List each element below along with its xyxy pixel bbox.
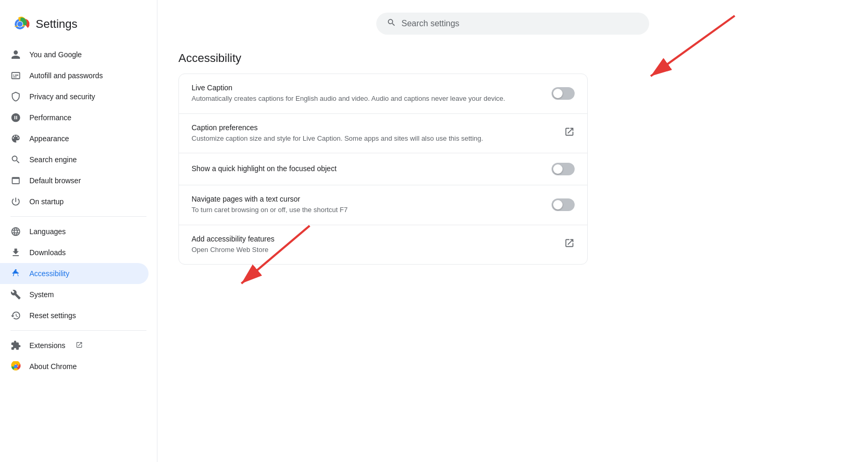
sidebar-nav: You and Google Autofill and passwords Pr… <box>0 44 157 377</box>
sidebar-item-privacy[interactable]: Privacy and security <box>0 86 149 107</box>
add-accessibility-row[interactable]: Add accessibility features Open Chrome W… <box>179 225 587 265</box>
sidebar-item-search-engine[interactable]: Search engine <box>0 149 149 170</box>
sidebar-item-autofill[interactable]: Autofill and passwords <box>0 65 149 86</box>
text-cursor-title: Navigate pages with a text cursor <box>192 195 543 203</box>
svg-point-7 <box>14 365 17 368</box>
focused-highlight-title: Show a quick highlight on the focused ob… <box>192 164 543 173</box>
sidebar-label-appearance: Appearance <box>29 134 69 143</box>
sidebar-item-on-startup[interactable]: On startup <box>0 191 149 212</box>
person-icon <box>10 49 21 60</box>
sidebar-item-default-browser[interactable]: Default browser <box>0 170 149 191</box>
sidebar-item-downloads[interactable]: Downloads <box>0 242 149 263</box>
accessibility-icon <box>10 268 21 279</box>
power-icon <box>10 196 21 207</box>
sidebar-item-about-chrome[interactable]: About Chrome <box>0 356 149 377</box>
globe-icon <box>10 226 21 237</box>
sidebar-item-accessibility[interactable]: Accessibility <box>0 263 149 284</box>
caption-preferences-row[interactable]: Caption preferences Customize caption si… <box>179 114 587 154</box>
sidebar-label-reset-settings: Reset settings <box>29 311 76 320</box>
live-caption-toggle[interactable] <box>552 87 575 100</box>
chrome-icon <box>10 361 21 372</box>
focused-highlight-row: Show a quick highlight on the focused ob… <box>179 153 587 185</box>
caption-preferences-desc: Customize caption size and style for Liv… <box>192 133 556 144</box>
sidebar-item-system[interactable]: System <box>0 284 149 305</box>
sidebar: Settings You and Google Autofill and pas… <box>0 0 157 462</box>
sidebar-item-languages[interactable]: Languages <box>0 221 149 242</box>
nav-divider-1 <box>10 216 146 217</box>
live-caption-row: Live Caption Automatically creates capti… <box>179 74 587 114</box>
search-bar-container: Search settings <box>178 13 847 35</box>
search-icon <box>10 154 21 165</box>
sidebar-item-appearance[interactable]: Appearance <box>0 128 149 149</box>
sidebar-label-autofill: Autofill and passwords <box>29 71 103 80</box>
history-icon <box>10 310 21 321</box>
badge-icon <box>10 70 21 81</box>
add-accessibility-desc: Open Chrome Web Store <box>192 245 556 255</box>
nav-divider-2 <box>10 330 146 331</box>
main-content: Search settings Accessibility Live Capti… <box>157 0 868 462</box>
wrench-icon <box>10 289 21 300</box>
sidebar-label-default-browser: Default browser <box>29 176 81 185</box>
text-cursor-toggle[interactable] <box>552 198 575 211</box>
svg-point-3 <box>17 22 23 27</box>
caption-preferences-title: Caption preferences <box>192 123 556 132</box>
sidebar-item-reset-settings[interactable]: Reset settings <box>0 305 149 326</box>
app-header: Settings <box>0 8 157 44</box>
sidebar-item-you-and-google[interactable]: You and Google <box>0 44 149 65</box>
sidebar-label-downloads: Downloads <box>29 248 66 257</box>
add-accessibility-title: Add accessibility features <box>192 235 556 243</box>
palette-icon <box>10 133 21 144</box>
sidebar-label-accessibility: Accessibility <box>29 269 69 278</box>
sidebar-label-search-engine: Search engine <box>29 155 77 164</box>
browser-icon <box>10 175 21 186</box>
sidebar-label-languages: Languages <box>29 227 66 236</box>
app-title: Settings <box>36 17 78 31</box>
sidebar-label-on-startup: On startup <box>29 197 63 206</box>
search-bar[interactable]: Search settings <box>376 13 649 35</box>
add-accessibility-external-icon[interactable] <box>564 238 575 251</box>
shield-icon <box>10 91 21 102</box>
sidebar-label-system: System <box>29 290 54 299</box>
caption-preferences-external-icon[interactable] <box>564 127 575 140</box>
page-title: Accessibility <box>178 51 847 65</box>
search-placeholder-text: Search settings <box>401 19 459 28</box>
sidebar-item-performance[interactable]: Performance <box>0 107 149 128</box>
sidebar-label-about-chrome: About Chrome <box>29 362 77 371</box>
sidebar-item-extensions[interactable]: Extensions <box>0 335 149 356</box>
download-icon <box>10 247 21 258</box>
text-cursor-row: Navigate pages with a text cursor To tur… <box>179 185 587 225</box>
speed-icon <box>10 112 21 123</box>
accessibility-settings-card: Live Caption Automatically creates capti… <box>178 74 588 265</box>
focused-highlight-toggle[interactable] <box>552 163 575 175</box>
chrome-logo-icon <box>10 15 29 34</box>
sidebar-label-privacy: Privacy and security <box>29 92 95 101</box>
search-bar-icon <box>387 18 396 29</box>
external-link-small-icon <box>76 341 83 350</box>
live-caption-desc: Automatically creates captions for Engli… <box>192 93 543 104</box>
sidebar-label-performance: Performance <box>29 113 71 122</box>
sidebar-label-you-and-google: You and Google <box>29 50 82 59</box>
puzzle-icon <box>10 340 21 351</box>
sidebar-label-extensions: Extensions <box>29 341 65 350</box>
live-caption-title: Live Caption <box>192 83 543 92</box>
text-cursor-desc: To turn caret browsing on or off, use th… <box>192 205 543 215</box>
